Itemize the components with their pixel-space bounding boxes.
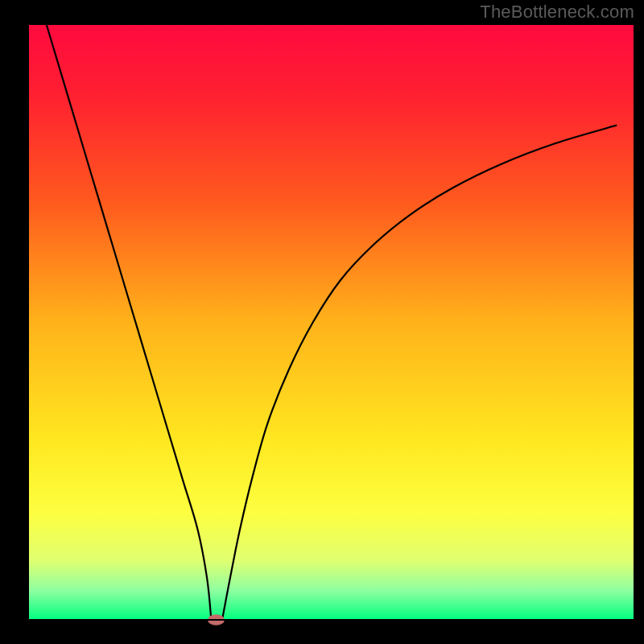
watermark-text: TheBottleneck.com bbox=[480, 2, 634, 23]
chart-frame: TheBottleneck.com bbox=[0, 0, 644, 644]
plot-background bbox=[28, 24, 634, 620]
bottleneck-chart bbox=[0, 0, 644, 644]
